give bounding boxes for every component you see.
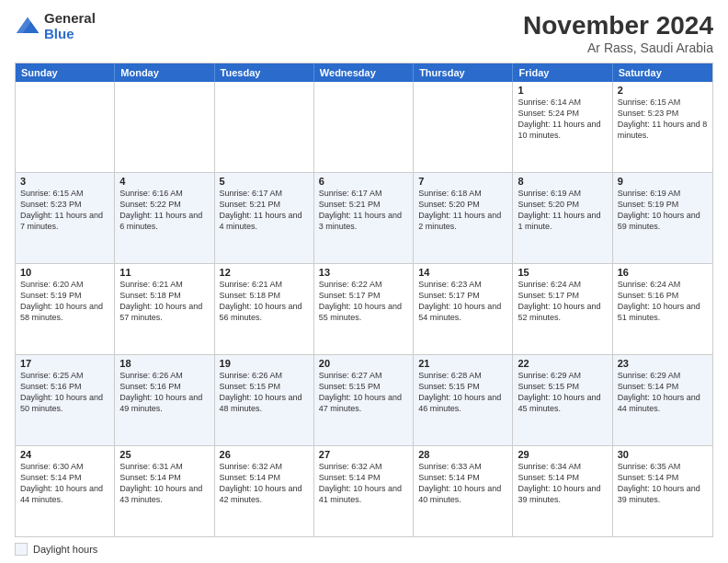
day-info: Sunrise: 6:15 AM Sunset: 5:23 PM Dayligh… <box>618 97 708 142</box>
header-day-thursday: Thursday <box>414 63 513 82</box>
logo-icon <box>15 14 40 40</box>
day-info: Sunrise: 6:24 AM Sunset: 5:16 PM Dayligh… <box>618 279 708 324</box>
day-number: 8 <box>518 176 607 187</box>
day-number: 3 <box>20 176 109 187</box>
day-info: Sunrise: 6:35 AM Sunset: 5:14 PM Dayligh… <box>618 461 708 506</box>
day-number: 13 <box>319 267 408 278</box>
empty-cell-w0-c3 <box>314 82 414 172</box>
calendar-day-1: 1Sunrise: 6:14 AM Sunset: 5:24 PM Daylig… <box>513 82 612 172</box>
day-number: 20 <box>319 358 408 369</box>
header-day-monday: Monday <box>115 63 214 82</box>
day-number: 23 <box>618 358 708 369</box>
day-number: 26 <box>220 449 309 460</box>
calendar-day-4: 4Sunrise: 6:16 AM Sunset: 5:22 PM Daylig… <box>115 173 214 263</box>
header-day-wednesday: Wednesday <box>314 63 414 82</box>
day-number: 18 <box>119 358 209 369</box>
day-info: Sunrise: 6:19 AM Sunset: 5:19 PM Dayligh… <box>618 188 708 233</box>
day-info: Sunrise: 6:28 AM Sunset: 5:15 PM Dayligh… <box>418 370 507 415</box>
calendar-day-12: 12Sunrise: 6:21 AM Sunset: 5:18 PM Dayli… <box>215 264 314 354</box>
day-info: Sunrise: 6:26 AM Sunset: 5:16 PM Dayligh… <box>119 370 209 415</box>
day-number: 10 <box>20 267 109 278</box>
calendar-week-2: 3Sunrise: 6:15 AM Sunset: 5:23 PM Daylig… <box>16 172 712 263</box>
calendar-week-1: 1Sunrise: 6:14 AM Sunset: 5:24 PM Daylig… <box>16 82 712 172</box>
calendar-day-26: 26Sunrise: 6:32 AM Sunset: 5:14 PM Dayli… <box>215 446 314 536</box>
calendar-day-10: 10Sunrise: 6:20 AM Sunset: 5:19 PM Dayli… <box>16 264 115 354</box>
day-info: Sunrise: 6:33 AM Sunset: 5:14 PM Dayligh… <box>418 461 507 506</box>
day-number: 12 <box>220 267 309 278</box>
calendar-day-3: 3Sunrise: 6:15 AM Sunset: 5:23 PM Daylig… <box>16 173 115 263</box>
day-info: Sunrise: 6:34 AM Sunset: 5:14 PM Dayligh… <box>518 461 607 506</box>
calendar-day-20: 20Sunrise: 6:27 AM Sunset: 5:15 PM Dayli… <box>314 355 414 445</box>
day-number: 11 <box>119 267 209 278</box>
day-number: 16 <box>618 267 708 278</box>
day-number: 9 <box>618 176 708 187</box>
day-number: 6 <box>319 176 408 187</box>
calendar-day-28: 28Sunrise: 6:33 AM Sunset: 5:14 PM Dayli… <box>414 446 513 536</box>
location-subtitle: Ar Rass, Saudi Arabia <box>523 40 713 55</box>
calendar-day-16: 16Sunrise: 6:24 AM Sunset: 5:16 PM Dayli… <box>613 264 712 354</box>
calendar-day-25: 25Sunrise: 6:31 AM Sunset: 5:14 PM Dayli… <box>115 446 214 536</box>
calendar: SundayMondayTuesdayWednesdayThursdayFrid… <box>15 63 713 537</box>
calendar-day-14: 14Sunrise: 6:23 AM Sunset: 5:17 PM Dayli… <box>414 264 513 354</box>
day-number: 29 <box>518 449 607 460</box>
day-number: 28 <box>418 449 507 460</box>
calendar-day-30: 30Sunrise: 6:35 AM Sunset: 5:14 PM Dayli… <box>613 446 712 536</box>
calendar-day-5: 5Sunrise: 6:17 AM Sunset: 5:21 PM Daylig… <box>215 173 314 263</box>
day-number: 14 <box>418 267 507 278</box>
calendar-day-2: 2Sunrise: 6:15 AM Sunset: 5:23 PM Daylig… <box>613 82 712 172</box>
day-info: Sunrise: 6:21 AM Sunset: 5:18 PM Dayligh… <box>220 279 309 324</box>
day-info: Sunrise: 6:18 AM Sunset: 5:20 PM Dayligh… <box>418 188 507 233</box>
calendar-day-8: 8Sunrise: 6:19 AM Sunset: 5:20 PM Daylig… <box>513 173 612 263</box>
day-info: Sunrise: 6:29 AM Sunset: 5:15 PM Dayligh… <box>518 370 607 415</box>
header-day-saturday: Saturday <box>613 63 712 82</box>
calendar-day-29: 29Sunrise: 6:34 AM Sunset: 5:14 PM Dayli… <box>513 446 612 536</box>
empty-cell-w0-c4 <box>414 82 513 172</box>
day-info: Sunrise: 6:17 AM Sunset: 5:21 PM Dayligh… <box>220 188 309 233</box>
day-info: Sunrise: 6:19 AM Sunset: 5:20 PM Dayligh… <box>518 188 607 233</box>
day-info: Sunrise: 6:25 AM Sunset: 5:16 PM Dayligh… <box>20 370 109 415</box>
calendar-day-15: 15Sunrise: 6:24 AM Sunset: 5:17 PM Dayli… <box>513 264 612 354</box>
calendar-day-17: 17Sunrise: 6:25 AM Sunset: 5:16 PM Dayli… <box>16 355 115 445</box>
day-info: Sunrise: 6:24 AM Sunset: 5:17 PM Dayligh… <box>518 279 607 324</box>
day-number: 4 <box>119 176 209 187</box>
calendar-week-4: 17Sunrise: 6:25 AM Sunset: 5:16 PM Dayli… <box>16 354 712 445</box>
day-info: Sunrise: 6:15 AM Sunset: 5:23 PM Dayligh… <box>20 188 109 233</box>
header-day-tuesday: Tuesday <box>215 63 314 82</box>
day-info: Sunrise: 6:16 AM Sunset: 5:22 PM Dayligh… <box>119 188 209 233</box>
header-day-sunday: Sunday <box>16 63 115 82</box>
day-number: 15 <box>518 267 607 278</box>
day-info: Sunrise: 6:32 AM Sunset: 5:14 PM Dayligh… <box>319 461 408 506</box>
logo-blue-text: Blue <box>44 27 96 42</box>
calendar-day-22: 22Sunrise: 6:29 AM Sunset: 5:15 PM Dayli… <box>513 355 612 445</box>
day-number: 24 <box>20 449 109 460</box>
day-info: Sunrise: 6:30 AM Sunset: 5:14 PM Dayligh… <box>20 461 109 506</box>
calendar-day-11: 11Sunrise: 6:21 AM Sunset: 5:18 PM Dayli… <box>115 264 214 354</box>
day-info: Sunrise: 6:27 AM Sunset: 5:15 PM Dayligh… <box>319 370 408 415</box>
logo: General Blue <box>15 11 96 41</box>
calendar-day-6: 6Sunrise: 6:17 AM Sunset: 5:21 PM Daylig… <box>314 173 414 263</box>
calendar-day-9: 9Sunrise: 6:19 AM Sunset: 5:19 PM Daylig… <box>613 173 712 263</box>
calendar-day-7: 7Sunrise: 6:18 AM Sunset: 5:20 PM Daylig… <box>414 173 513 263</box>
empty-cell-w0-c0 <box>16 82 115 172</box>
day-number: 25 <box>119 449 209 460</box>
empty-cell-w0-c2 <box>215 82 314 172</box>
legend-label: Daylight hours <box>33 544 97 555</box>
title-block: November 2024 Ar Rass, Saudi Arabia <box>523 11 713 55</box>
day-number: 7 <box>418 176 507 187</box>
calendar-day-27: 27Sunrise: 6:32 AM Sunset: 5:14 PM Dayli… <box>314 446 414 536</box>
empty-cell-w0-c1 <box>115 82 214 172</box>
legend-box <box>15 543 28 556</box>
calendar-day-18: 18Sunrise: 6:26 AM Sunset: 5:16 PM Dayli… <box>115 355 214 445</box>
header-day-friday: Friday <box>513 63 612 82</box>
day-info: Sunrise: 6:22 AM Sunset: 5:17 PM Dayligh… <box>319 279 408 324</box>
day-info: Sunrise: 6:23 AM Sunset: 5:17 PM Dayligh… <box>418 279 507 324</box>
day-number: 30 <box>618 449 708 460</box>
day-number: 2 <box>618 85 708 96</box>
calendar-week-3: 10Sunrise: 6:20 AM Sunset: 5:19 PM Dayli… <box>16 263 712 354</box>
calendar-header: SundayMondayTuesdayWednesdayThursdayFrid… <box>16 63 712 82</box>
month-title: November 2024 <box>523 11 713 40</box>
logo-general-text: General <box>44 11 96 27</box>
day-number: 22 <box>518 358 607 369</box>
day-number: 21 <box>418 358 507 369</box>
day-number: 27 <box>319 449 408 460</box>
